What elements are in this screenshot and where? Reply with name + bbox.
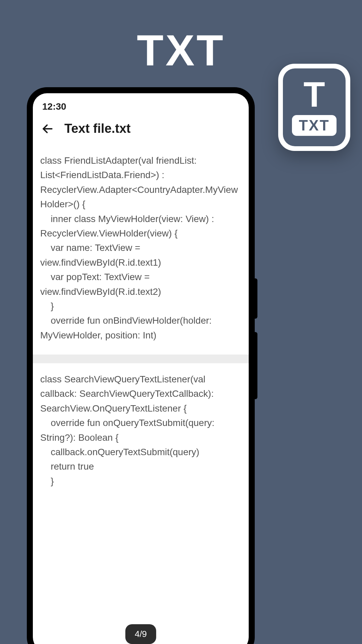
content-area[interactable]: class FriendListAdapter(val friendList: … [33, 145, 249, 500]
icon-letter-t: T [303, 79, 325, 111]
page-indicator: 4/9 [125, 624, 156, 644]
back-arrow-icon [41, 122, 54, 135]
app-header: Text file.txt [33, 115, 249, 145]
code-block-1: class FriendListAdapter(val friendList: … [33, 145, 249, 355]
phone-side-button-1 [255, 278, 257, 319]
txt-app-icon: T TXT [278, 64, 350, 151]
icon-txt-badge: TXT [292, 115, 336, 136]
back-button[interactable] [41, 122, 54, 136]
status-time: 12:30 [42, 101, 66, 112]
phone-side-button-2 [255, 332, 257, 399]
file-title: Text file.txt [64, 121, 131, 136]
txt-app-icon-inner: T TXT [283, 68, 346, 146]
content-divider [33, 355, 249, 363]
phone-frame: 12:30 Text file.txt class FriendListAdap… [27, 87, 255, 644]
code-block-2: class SearchViewQueryTextListener(val ca… [33, 363, 249, 500]
phone-screen: 12:30 Text file.txt class FriendListAdap… [33, 93, 249, 644]
status-bar: 12:30 [33, 93, 249, 115]
